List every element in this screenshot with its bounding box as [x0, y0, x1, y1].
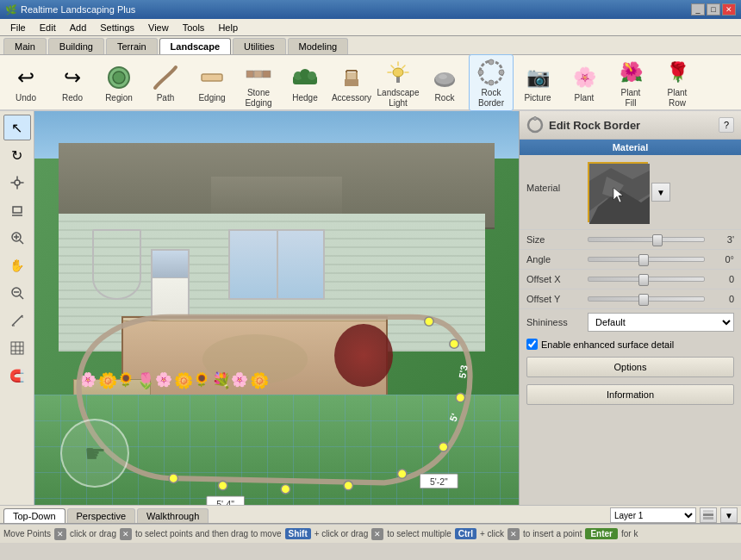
material-section-label: Material — [613, 142, 649, 152]
menu-tools[interactable]: Tools — [176, 21, 212, 34]
redo-icon: ↪ — [57, 62, 88, 93]
window-left — [92, 229, 140, 300]
minimize-button[interactable]: _ — [691, 3, 705, 16]
measure-icon — [10, 314, 24, 327]
panel-material-section: Material — [520, 140, 741, 155]
panel-help-button[interactable]: ? — [719, 117, 734, 133]
menu-settings[interactable]: Settings — [93, 21, 141, 34]
tool-picture[interactable]: 📷 Picture — [515, 59, 560, 106]
canvas-area[interactable]: 🌸 🌼 🌻 🌷 🌸 🌼 🌻 💐 🌸 🌼 — [34, 111, 519, 505]
close-button[interactable]: ✕ — [722, 3, 736, 16]
deck-rail-top — [123, 318, 386, 321]
tool-rock-border-label: RockBorder — [478, 88, 504, 109]
tool-plant-row[interactable]: 🌹 PlantRow — [655, 54, 700, 111]
left-tool-zoom-out[interactable] — [3, 280, 31, 306]
tool-rock[interactable]: Rock — [422, 59, 467, 106]
size-slider-thumb[interactable] — [652, 234, 663, 246]
menu-help[interactable]: Help — [211, 21, 245, 34]
statusbar: Move Points ✕ click or drag ✕ to select … — [0, 524, 741, 543]
flower-1: 🌸 — [79, 371, 97, 388]
pan-icon: ✋ — [9, 258, 24, 272]
tool-plant[interactable]: 🌸 Plant — [562, 59, 607, 106]
svg-point-1 — [113, 72, 125, 84]
left-tool-measure[interactable] — [3, 308, 31, 333]
offset-y-slider-thumb[interactable] — [638, 294, 649, 306]
enhance-detail-checkbox[interactable] — [526, 339, 538, 350]
tool-hedge[interactable]: Hedge — [283, 59, 327, 106]
angle-slider-thumb[interactable] — [638, 254, 649, 266]
svg-point-25 — [478, 70, 483, 75]
tool-region[interactable]: Region — [97, 59, 141, 106]
tool-rock-border[interactable]: RockBorder — [469, 54, 514, 111]
flower-10: 🌼 — [250, 371, 269, 390]
window-divider — [277, 231, 278, 298]
left-tool-select[interactable]: ↖ — [3, 115, 31, 140]
offset-x-slider[interactable] — [588, 277, 705, 282]
shininess-select[interactable]: Default Low Medium High — [588, 313, 734, 332]
status-click-insert: + click — [480, 529, 504, 538]
enhance-detail-label: Enable enhanced surface detail — [541, 339, 674, 350]
menu-edit[interactable]: Edit — [33, 21, 63, 34]
material-dropdown-button[interactable]: ▼ — [651, 183, 670, 202]
tab-modeling[interactable]: Modeling — [288, 38, 349, 54]
tool-landscape-light[interactable]: LandscapeLight — [376, 54, 420, 111]
tab-walkthrough[interactable]: Walkthrough — [137, 508, 209, 523]
size-slider[interactable] — [588, 237, 705, 242]
app-icon: 🌿 — [5, 4, 17, 16]
tool-picture-label: Picture — [524, 93, 551, 103]
tool-redo-label: Redo — [62, 93, 83, 103]
scene: 🌸 🌼 🌻 🌷 🌸 🌼 🌻 💐 🌸 🌼 — [34, 111, 519, 505]
angle-slider[interactable] — [588, 257, 705, 262]
offset-x-label: Offset X — [526, 274, 582, 284]
svg-rect-61 — [703, 510, 713, 513]
svg-rect-60 — [703, 517, 713, 520]
menu-view[interactable]: View — [141, 21, 176, 34]
left-tool-snap[interactable]: 🧲 — [3, 363, 31, 389]
left-tool-move-points[interactable] — [3, 170, 31, 196]
size-row: Size 3' — [520, 230, 741, 250]
left-tool-rotate[interactable]: ↻ — [3, 142, 31, 168]
undo-icon: ↩ — [10, 62, 41, 93]
options-button[interactable]: Options — [526, 357, 734, 377]
left-tool-grid[interactable] — [3, 335, 31, 361]
status-click-drag-2: + click or drag — [314, 529, 369, 538]
tool-undo[interactable]: ↩ Undo — [3, 59, 48, 106]
maximize-button[interactable]: □ — [707, 3, 720, 16]
tool-edging[interactable]: Edging — [190, 59, 234, 106]
tab-perspective[interactable]: Perspective — [67, 508, 135, 523]
tool-plant-fill[interactable]: 🌺 PlantFill — [608, 54, 653, 111]
layer-select[interactable]: Layer 1 Layer 2 Layer 3 — [610, 507, 696, 523]
svg-rect-4 — [246, 71, 253, 78]
left-tool-pan[interactable]: ✋ — [3, 252, 31, 278]
tab-utilities[interactable]: Utilities — [233, 38, 285, 54]
tab-building[interactable]: Building — [48, 38, 104, 54]
tool-stone-edging[interactable]: StoneEdging — [236, 54, 281, 111]
path-icon — [150, 62, 181, 93]
tool-plant-row-label: PlantRow — [668, 88, 688, 109]
flower-9: 🌸 — [231, 371, 248, 388]
offset-x-slider-thumb[interactable] — [638, 274, 649, 286]
rock-icon — [429, 62, 460, 93]
status-select-multiple: to select multiple — [387, 529, 451, 538]
tool-path[interactable]: Path — [143, 59, 188, 106]
tab-main[interactable]: Main — [3, 38, 47, 54]
tool-plant-label: Plant — [575, 93, 595, 103]
tab-topdown[interactable]: Top-Down — [3, 508, 65, 523]
flower-2: 🌼 — [98, 371, 117, 390]
offset-y-slider[interactable] — [588, 296, 705, 302]
tab-landscape[interactable]: Landscape — [159, 38, 231, 54]
menu-file[interactable]: File — [3, 21, 33, 34]
left-tool-zoom-in[interactable] — [3, 225, 31, 251]
tool-accessory[interactable]: Accessory — [329, 59, 374, 106]
menu-add[interactable]: Add — [63, 21, 94, 34]
select-icon: ↖ — [11, 120, 22, 136]
material-preview[interactable] — [588, 162, 648, 222]
tab-terrain[interactable]: Terrain — [106, 38, 158, 54]
left-tool-edit[interactable] — [3, 197, 31, 223]
layer-icon-btn-2[interactable]: ▼ — [720, 507, 738, 523]
information-button[interactable]: Information — [526, 384, 734, 405]
nav-circle[interactable]: ☛ — [60, 419, 129, 488]
layer-icon-btn-1[interactable] — [700, 507, 717, 523]
tool-redo[interactable]: ↪ Redo — [50, 59, 95, 106]
status-click-drag-1: click or drag — [70, 529, 116, 538]
